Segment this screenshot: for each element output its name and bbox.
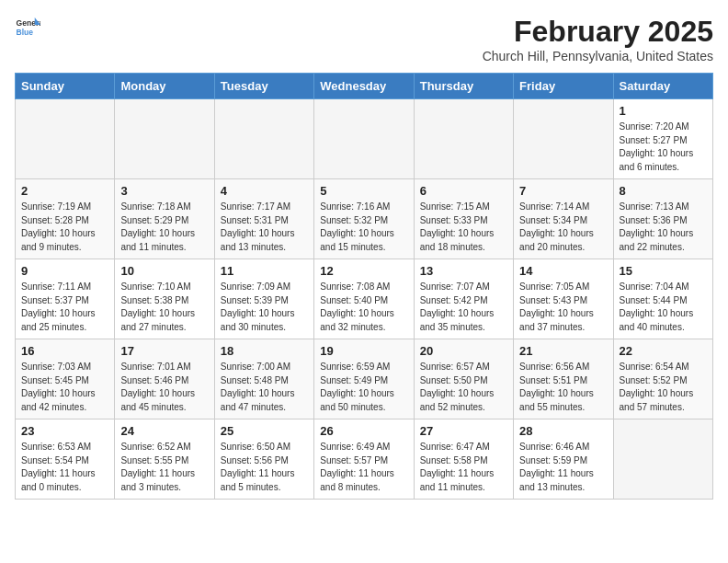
day-number: 22: [620, 344, 707, 358]
day-info: Sunrise: 7:17 AM Sunset: 5:31 PM Dayligh…: [221, 201, 308, 254]
weekday-header-tuesday: Tuesday: [214, 74, 313, 99]
calendar-cell: 17Sunrise: 7:01 AM Sunset: 5:46 PM Dayli…: [115, 339, 214, 419]
day-info: Sunrise: 7:01 AM Sunset: 5:46 PM Dayligh…: [120, 361, 208, 414]
day-number: 6: [420, 184, 507, 198]
calendar-cell: [613, 419, 712, 500]
location-title: Church Hill, Pennsylvania, United States: [483, 49, 713, 63]
day-number: 3: [120, 184, 208, 198]
calendar-cell: 10Sunrise: 7:10 AM Sunset: 5:38 PM Dayli…: [115, 259, 214, 339]
day-number: 9: [21, 264, 108, 278]
calendar-cell: 3Sunrise: 7:18 AM Sunset: 5:29 PM Daylig…: [115, 179, 214, 259]
day-info: Sunrise: 6:46 AM Sunset: 5:59 PM Dayligh…: [519, 441, 607, 494]
day-info: Sunrise: 7:15 AM Sunset: 5:33 PM Dayligh…: [420, 201, 507, 254]
svg-text:Blue: Blue: [17, 28, 34, 37]
day-number: 11: [221, 264, 308, 278]
calendar-cell: 22Sunrise: 6:54 AM Sunset: 5:52 PM Dayli…: [613, 339, 712, 419]
weekday-row: SundayMondayTuesdayWednesdayThursdayFrid…: [16, 74, 713, 99]
day-number: 2: [21, 184, 108, 198]
calendar-cell: 11Sunrise: 7:09 AM Sunset: 5:39 PM Dayli…: [214, 259, 313, 339]
day-number: 8: [620, 184, 707, 198]
calendar-cell: [314, 99, 414, 179]
calendar-cell: 12Sunrise: 7:08 AM Sunset: 5:40 PM Dayli…: [314, 259, 414, 339]
calendar-cell: 18Sunrise: 7:00 AM Sunset: 5:48 PM Dayli…: [214, 339, 313, 419]
day-number: 25: [221, 424, 308, 438]
day-info: Sunrise: 7:11 AM Sunset: 5:37 PM Dayligh…: [21, 281, 108, 334]
calendar-cell: 9Sunrise: 7:11 AM Sunset: 5:37 PM Daylig…: [16, 259, 115, 339]
day-number: 1: [620, 104, 707, 118]
calendar-cell: 26Sunrise: 6:49 AM Sunset: 5:57 PM Dayli…: [314, 419, 414, 500]
calendar-cell: [16, 99, 115, 179]
day-number: 21: [519, 344, 607, 358]
calendar-cell: [414, 99, 513, 179]
weekday-header-saturday: Saturday: [613, 74, 712, 99]
calendar-cell: 14Sunrise: 7:05 AM Sunset: 5:43 PM Dayli…: [514, 259, 613, 339]
day-info: Sunrise: 6:50 AM Sunset: 5:56 PM Dayligh…: [221, 441, 308, 494]
header: General Blue February 2025 Church Hill, …: [15, 15, 713, 63]
calendar-cell: 1Sunrise: 7:20 AM Sunset: 5:27 PM Daylig…: [613, 99, 712, 179]
weekday-header-wednesday: Wednesday: [314, 74, 414, 99]
day-info: Sunrise: 7:20 AM Sunset: 5:27 PM Dayligh…: [620, 121, 707, 174]
day-number: 26: [320, 424, 407, 438]
calendar-header: SundayMondayTuesdayWednesdayThursdayFrid…: [16, 74, 713, 99]
day-number: 28: [519, 424, 607, 438]
calendar-cell: 13Sunrise: 7:07 AM Sunset: 5:42 PM Dayli…: [414, 259, 513, 339]
day-info: Sunrise: 7:04 AM Sunset: 5:44 PM Dayligh…: [620, 281, 707, 334]
day-number: 15: [620, 264, 707, 278]
calendar-cell: 25Sunrise: 6:50 AM Sunset: 5:56 PM Dayli…: [214, 419, 313, 500]
day-info: Sunrise: 6:57 AM Sunset: 5:50 PM Dayligh…: [420, 361, 507, 414]
calendar-week-5: 23Sunrise: 6:53 AM Sunset: 5:54 PM Dayli…: [16, 419, 713, 500]
day-number: 10: [120, 264, 208, 278]
calendar-cell: 20Sunrise: 6:57 AM Sunset: 5:50 PM Dayli…: [414, 339, 513, 419]
calendar-cell: 16Sunrise: 7:03 AM Sunset: 5:45 PM Dayli…: [16, 339, 115, 419]
day-info: Sunrise: 7:10 AM Sunset: 5:38 PM Dayligh…: [120, 281, 208, 334]
day-number: 7: [519, 184, 607, 198]
weekday-header-monday: Monday: [115, 74, 214, 99]
calendar-cell: 15Sunrise: 7:04 AM Sunset: 5:44 PM Dayli…: [613, 259, 712, 339]
weekday-header-sunday: Sunday: [16, 74, 115, 99]
day-number: 14: [519, 264, 607, 278]
day-number: 12: [320, 264, 407, 278]
day-info: Sunrise: 6:56 AM Sunset: 5:51 PM Dayligh…: [519, 361, 607, 414]
calendar-week-4: 16Sunrise: 7:03 AM Sunset: 5:45 PM Dayli…: [16, 339, 713, 419]
calendar-cell: 5Sunrise: 7:16 AM Sunset: 5:32 PM Daylig…: [314, 179, 414, 259]
day-info: Sunrise: 7:05 AM Sunset: 5:43 PM Dayligh…: [519, 281, 607, 334]
calendar-cell: 8Sunrise: 7:13 AM Sunset: 5:36 PM Daylig…: [613, 179, 712, 259]
calendar-week-2: 2Sunrise: 7:19 AM Sunset: 5:28 PM Daylig…: [16, 179, 713, 259]
day-info: Sunrise: 6:47 AM Sunset: 5:58 PM Dayligh…: [420, 441, 507, 494]
calendar-cell: 27Sunrise: 6:47 AM Sunset: 5:58 PM Dayli…: [414, 419, 513, 500]
calendar-week-1: 1Sunrise: 7:20 AM Sunset: 5:27 PM Daylig…: [16, 99, 713, 179]
day-info: Sunrise: 7:18 AM Sunset: 5:29 PM Dayligh…: [120, 201, 208, 254]
calendar: SundayMondayTuesdayWednesdayThursdayFrid…: [15, 73, 713, 500]
month-title: February 2025: [483, 15, 713, 49]
day-number: 5: [320, 184, 407, 198]
day-info: Sunrise: 7:13 AM Sunset: 5:36 PM Dayligh…: [620, 201, 707, 254]
calendar-cell: 4Sunrise: 7:17 AM Sunset: 5:31 PM Daylig…: [214, 179, 313, 259]
calendar-cell: [514, 99, 613, 179]
day-number: 16: [21, 344, 108, 358]
calendar-cell: 19Sunrise: 6:59 AM Sunset: 5:49 PM Dayli…: [314, 339, 414, 419]
day-info: Sunrise: 6:54 AM Sunset: 5:52 PM Dayligh…: [620, 361, 707, 414]
calendar-week-3: 9Sunrise: 7:11 AM Sunset: 5:37 PM Daylig…: [16, 259, 713, 339]
title-area: February 2025 Church Hill, Pennsylvania,…: [483, 15, 713, 63]
calendar-cell: 23Sunrise: 6:53 AM Sunset: 5:54 PM Dayli…: [16, 419, 115, 500]
calendar-cell: [115, 99, 214, 179]
day-info: Sunrise: 6:53 AM Sunset: 5:54 PM Dayligh…: [21, 441, 108, 494]
calendar-cell: 24Sunrise: 6:52 AM Sunset: 5:55 PM Dayli…: [115, 419, 214, 500]
calendar-cell: 21Sunrise: 6:56 AM Sunset: 5:51 PM Dayli…: [514, 339, 613, 419]
day-info: Sunrise: 7:19 AM Sunset: 5:28 PM Dayligh…: [21, 201, 108, 254]
calendar-cell: 6Sunrise: 7:15 AM Sunset: 5:33 PM Daylig…: [414, 179, 513, 259]
day-number: 23: [21, 424, 108, 438]
day-number: 19: [320, 344, 407, 358]
day-number: 24: [120, 424, 208, 438]
day-info: Sunrise: 7:08 AM Sunset: 5:40 PM Dayligh…: [320, 281, 407, 334]
calendar-cell: 2Sunrise: 7:19 AM Sunset: 5:28 PM Daylig…: [16, 179, 115, 259]
day-number: 20: [420, 344, 507, 358]
day-number: 17: [120, 344, 208, 358]
calendar-cell: 28Sunrise: 6:46 AM Sunset: 5:59 PM Dayli…: [514, 419, 613, 500]
day-number: 18: [221, 344, 308, 358]
day-info: Sunrise: 7:03 AM Sunset: 5:45 PM Dayligh…: [21, 361, 108, 414]
logo-icon: General Blue: [15, 15, 40, 40]
day-number: 13: [420, 264, 507, 278]
calendar-cell: [214, 99, 313, 179]
day-info: Sunrise: 7:09 AM Sunset: 5:39 PM Dayligh…: [221, 281, 308, 334]
